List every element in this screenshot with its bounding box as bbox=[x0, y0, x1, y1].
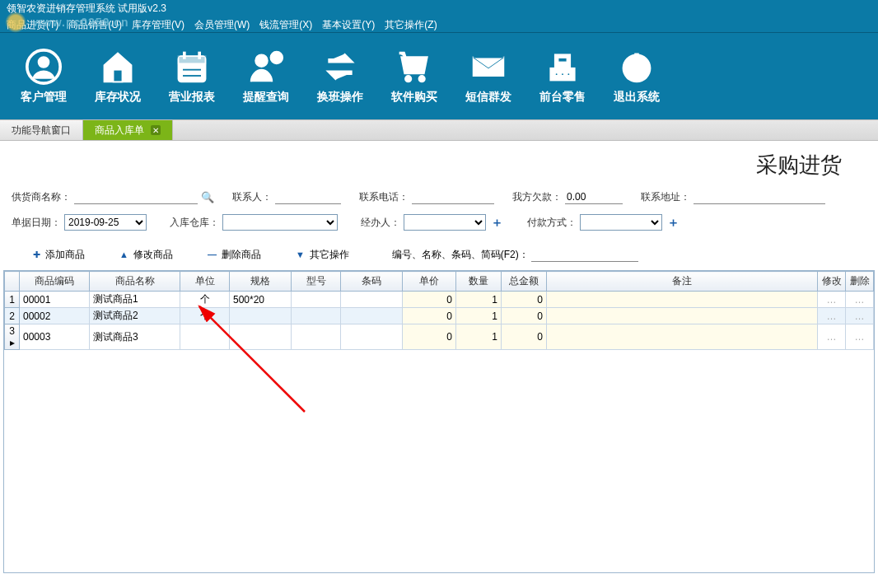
table-row[interactable]: 100001测试商品1个500*20010…… bbox=[5, 292, 874, 308]
col-spec[interactable]: 规格 bbox=[230, 272, 292, 292]
cell-remark[interactable] bbox=[547, 292, 818, 308]
order-form: 供货商名称： 🔍 联系人： 联系电话： 我方欠款： 联系地址： 单据日期： 20… bbox=[0, 188, 878, 242]
toolbar-label: 前台零售 bbox=[539, 90, 586, 105]
cell-delete-link[interactable]: … bbox=[846, 324, 874, 350]
modify-product-button[interactable]: ▲ 修改商品 bbox=[119, 248, 173, 262]
toolbar-remind-button[interactable]: ! 提醒查询 bbox=[237, 49, 295, 105]
toolbar-label: 库存状况 bbox=[95, 90, 141, 105]
cell-delete-link[interactable]: … bbox=[846, 292, 874, 308]
cell-code[interactable]: 00002 bbox=[20, 308, 90, 324]
debt-input[interactable] bbox=[565, 189, 623, 204]
toolbar-report-button[interactable]: 营业报表 bbox=[163, 49, 221, 105]
toolbar-stock-button[interactable]: 库存状况 bbox=[89, 49, 147, 105]
toolbar-label: 提醒查询 bbox=[243, 90, 289, 105]
add-handler-button[interactable]: ＋ bbox=[489, 215, 504, 230]
toolbar-shift-button[interactable]: 换班操作 bbox=[311, 49, 369, 105]
cell-price[interactable]: 0 bbox=[403, 324, 456, 350]
binoculars-icon[interactable]: 🔍 bbox=[201, 191, 214, 203]
cell-price[interactable]: 0 bbox=[403, 308, 456, 324]
add-product-button[interactable]: ✚ 添加商品 bbox=[33, 248, 85, 262]
cell-modify-link[interactable]: … bbox=[818, 308, 846, 324]
cell-total[interactable]: 0 bbox=[502, 292, 547, 308]
cell-barcode[interactable] bbox=[341, 308, 403, 324]
plus-icon: ✚ bbox=[33, 250, 40, 260]
toolbar-customer-button[interactable]: 客户管理 bbox=[15, 49, 72, 105]
contact-input[interactable] bbox=[275, 189, 341, 204]
product-grid[interactable]: 商品编码 商品名称 单位 规格 型号 条码 单价 数量 总金额 备注 修改 删除… bbox=[3, 270, 875, 573]
cell-unit[interactable]: 个 bbox=[180, 308, 230, 324]
col-delete[interactable]: 删除 bbox=[846, 272, 874, 292]
cell-qty[interactable]: 1 bbox=[456, 308, 502, 324]
warehouse-select[interactable] bbox=[222, 214, 338, 231]
cell-barcode[interactable] bbox=[341, 292, 403, 308]
cell-model[interactable] bbox=[292, 292, 341, 308]
menu-item-settings[interactable]: 基本设置(Y) bbox=[322, 18, 375, 29]
col-model[interactable]: 型号 bbox=[292, 272, 341, 292]
other-action-button[interactable]: ▼ 其它操作 bbox=[296, 248, 349, 262]
cell-delete-link[interactable]: … bbox=[846, 308, 874, 324]
date-label: 单据日期： bbox=[12, 216, 61, 230]
toolbar-sms-button[interactable]: 短信群发 bbox=[460, 49, 517, 105]
cell-modify-link[interactable]: … bbox=[818, 324, 846, 350]
menu-item-member[interactable]: 会员管理(W) bbox=[194, 18, 250, 29]
calendar-icon bbox=[174, 49, 210, 85]
tab-stock-in[interactable]: 商品入库单 ✕ bbox=[83, 120, 173, 140]
cell-code[interactable]: 00001 bbox=[20, 292, 90, 308]
cell-modify-link[interactable]: … bbox=[818, 292, 846, 308]
cell-name[interactable]: 测试商品1 bbox=[90, 292, 180, 308]
toolbar-exit-button[interactable]: 退出系统 bbox=[608, 49, 666, 105]
cell-name[interactable]: 测试商品2 bbox=[90, 308, 180, 324]
table-row[interactable]: 3 ▸00003测试商品3010…… bbox=[5, 324, 874, 350]
date-select[interactable]: 2019-09-25 bbox=[64, 214, 147, 231]
cell-model[interactable] bbox=[292, 324, 341, 350]
col-total[interactable]: 总金额 bbox=[502, 272, 547, 292]
payment-select[interactable] bbox=[580, 214, 662, 231]
window-titlebar: 领智农资进销存管理系统 试用版v2.3 bbox=[0, 0, 878, 16]
cell-remark[interactable] bbox=[547, 308, 818, 324]
cell-model[interactable] bbox=[292, 308, 341, 324]
col-price[interactable]: 单价 bbox=[403, 272, 456, 292]
col-modify[interactable]: 修改 bbox=[818, 272, 846, 292]
cell-unit[interactable]: 个 bbox=[180, 292, 230, 308]
address-input[interactable] bbox=[694, 189, 825, 204]
product-search-input[interactable] bbox=[531, 247, 638, 262]
cell-unit[interactable] bbox=[180, 324, 230, 350]
cell-code[interactable]: 00003 bbox=[20, 324, 90, 350]
cell-qty[interactable]: 1 bbox=[456, 292, 502, 308]
menu-item-money[interactable]: 钱流管理(X) bbox=[259, 18, 312, 29]
cell-price[interactable]: 0 bbox=[403, 292, 456, 308]
col-barcode[interactable]: 条码 bbox=[341, 272, 403, 292]
delete-product-button[interactable]: — 删除商品 bbox=[208, 248, 261, 262]
col-remark[interactable]: 备注 bbox=[547, 272, 818, 292]
contact-label: 联系人： bbox=[232, 190, 272, 204]
phone-input[interactable] bbox=[412, 189, 494, 204]
user-circle-icon bbox=[26, 49, 62, 85]
main-toolbar: 客户管理 库存状况 营业报表 ! 提醒查询 换班操作 软件购买 短信群发 前台零… bbox=[0, 33, 878, 119]
supplier-input[interactable] bbox=[74, 189, 198, 204]
cell-spec[interactable] bbox=[230, 308, 292, 324]
cell-spec[interactable]: 500*20 bbox=[230, 292, 292, 308]
col-name[interactable]: 商品名称 bbox=[90, 272, 180, 292]
col-code[interactable]: 商品编码 bbox=[20, 272, 90, 292]
menu-item-stock[interactable]: 库存管理(V) bbox=[132, 18, 184, 29]
menu-item-other[interactable]: 其它操作(Z) bbox=[385, 18, 437, 29]
col-unit[interactable]: 单位 bbox=[180, 272, 230, 292]
cell-name[interactable]: 测试商品3 bbox=[90, 324, 180, 350]
cell-barcode[interactable] bbox=[341, 324, 403, 350]
toolbar-label: 客户管理 bbox=[21, 90, 67, 105]
cell-total[interactable]: 0 bbox=[502, 324, 547, 350]
cell-total[interactable]: 0 bbox=[502, 308, 547, 324]
handler-select[interactable] bbox=[404, 214, 486, 231]
toolbar-buy-button[interactable]: 软件购买 bbox=[385, 49, 443, 105]
toolbar-pos-button[interactable]: 前台零售 bbox=[534, 49, 591, 105]
cell-qty[interactable]: 1 bbox=[456, 324, 502, 350]
debt-label: 我方欠款： bbox=[512, 190, 562, 204]
cell-spec[interactable] bbox=[230, 324, 292, 350]
tab-function-nav[interactable]: 功能导航窗口 bbox=[0, 120, 83, 140]
cell-remark[interactable] bbox=[547, 324, 818, 350]
add-payment-button[interactable]: ＋ bbox=[666, 215, 680, 230]
col-qty[interactable]: 数量 bbox=[456, 272, 502, 292]
close-icon[interactable]: ✕ bbox=[151, 125, 161, 135]
table-row[interactable]: 200002测试商品2个010…… bbox=[5, 308, 874, 324]
alert-person-icon: ! bbox=[248, 49, 284, 85]
